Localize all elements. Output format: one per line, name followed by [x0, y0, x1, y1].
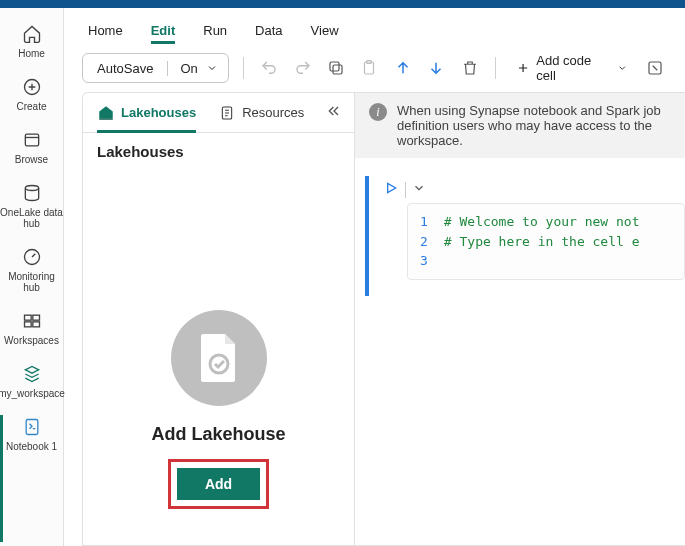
menu-run[interactable]: Run	[203, 23, 227, 38]
database-icon	[20, 181, 44, 205]
home-icon	[20, 22, 44, 46]
chevron-down-icon	[617, 62, 628, 74]
tab-lakehouses[interactable]: Lakehouses	[97, 104, 196, 122]
svg-rect-6	[24, 322, 31, 327]
svg-rect-7	[32, 322, 39, 327]
svg-rect-10	[330, 62, 339, 71]
code-text: # Welcome to your new not # Type here in…	[444, 212, 640, 271]
nav-browse[interactable]: Browse	[0, 124, 64, 169]
menu-bar: Home Edit Run Data View	[64, 8, 685, 44]
nav-notebook-label: Notebook 1	[6, 441, 57, 452]
monitoring-icon	[20, 245, 44, 269]
svg-rect-4	[24, 315, 31, 320]
tab-lakehouses-label: Lakehouses	[121, 105, 196, 120]
nav-onelake-label: OneLake data hub	[0, 207, 64, 229]
add-lakehouse-button[interactable]: Add	[177, 468, 260, 500]
workspaces-icon	[20, 309, 44, 333]
convert-button[interactable]	[644, 55, 667, 81]
autosave-state: On	[180, 61, 197, 76]
info-banner-text: When using Synapse notebook and Spark jo…	[397, 103, 671, 148]
nav-create[interactable]: Create	[0, 71, 64, 116]
chevron-down-icon	[206, 62, 218, 74]
nav-monitoring[interactable]: Monitoring hub	[0, 241, 64, 297]
tab-resources-label: Resources	[242, 105, 304, 120]
code-editor[interactable]: 1 2 3 # Welcome to your new not # Type h…	[407, 203, 685, 280]
left-nav-rail: Home Create Browse OneLake data hub Moni…	[0, 8, 64, 546]
line-gutter: 1 2 3	[420, 212, 444, 271]
svg-rect-5	[32, 315, 39, 320]
tab-resources[interactable]: Resources	[218, 104, 304, 122]
autosave-label: AutoSave	[97, 61, 153, 76]
explorer-panel: Lakehouses Resources Lakehouses	[83, 93, 355, 545]
browse-icon	[20, 128, 44, 152]
info-icon: i	[369, 103, 387, 121]
paste-button[interactable]	[358, 55, 381, 81]
workspace-icon	[20, 362, 44, 386]
nav-workspaces[interactable]: Workspaces	[0, 305, 64, 350]
collapse-panel-button[interactable]	[326, 103, 342, 122]
nav-browse-label: Browse	[15, 154, 48, 165]
info-banner: i When using Synapse notebook and Spark …	[355, 93, 685, 158]
autosave-toggle[interactable]: AutoSave On	[82, 53, 229, 83]
nav-notebook[interactable]: Notebook 1	[0, 411, 64, 546]
placeholder-graphic	[171, 310, 267, 406]
cell-active-indicator	[365, 176, 369, 296]
menu-edit[interactable]: Edit	[151, 23, 176, 38]
run-cell-button[interactable]	[383, 180, 399, 199]
delete-button[interactable]	[458, 55, 481, 81]
add-code-cell-label: Add code cell	[536, 53, 605, 83]
add-code-cell-button[interactable]: Add code cell	[510, 49, 634, 87]
nav-my-workspace-label: my_workspace	[0, 388, 65, 399]
nav-my-workspace[interactable]: my_workspace	[0, 358, 64, 403]
copy-button[interactable]	[324, 55, 347, 81]
resources-icon	[218, 104, 236, 122]
highlight-box: Add	[168, 459, 269, 509]
plus-circle-icon	[20, 75, 44, 99]
panel-heading: Lakehouses	[83, 133, 354, 170]
lakehouse-icon	[97, 104, 115, 122]
notebook-icon	[20, 415, 44, 439]
nav-create-label: Create	[16, 101, 46, 112]
move-down-button[interactable]	[425, 55, 448, 81]
svg-rect-1	[25, 134, 38, 146]
placeholder-title: Add Lakehouse	[151, 424, 285, 445]
menu-home[interactable]: Home	[88, 23, 123, 38]
move-up-button[interactable]	[391, 55, 414, 81]
nav-workspaces-label: Workspaces	[4, 335, 59, 346]
cell-menu-button[interactable]	[412, 181, 426, 198]
nav-home[interactable]: Home	[0, 18, 64, 63]
menu-view[interactable]: View	[311, 23, 339, 38]
menu-data[interactable]: Data	[255, 23, 282, 38]
svg-rect-9	[333, 65, 342, 74]
notebook-area: i When using Synapse notebook and Spark …	[355, 93, 685, 545]
toolbar: AutoSave On	[64, 44, 685, 92]
nav-home-label: Home	[18, 48, 45, 59]
nav-monitoring-label: Monitoring hub	[0, 271, 64, 293]
nav-onelake[interactable]: OneLake data hub	[0, 177, 64, 233]
svg-point-2	[25, 186, 38, 191]
redo-button[interactable]	[291, 55, 314, 81]
code-cell[interactable]: 1 2 3 # Welcome to your new not # Type h…	[365, 176, 685, 296]
plus-icon	[516, 60, 530, 76]
undo-button[interactable]	[258, 55, 281, 81]
